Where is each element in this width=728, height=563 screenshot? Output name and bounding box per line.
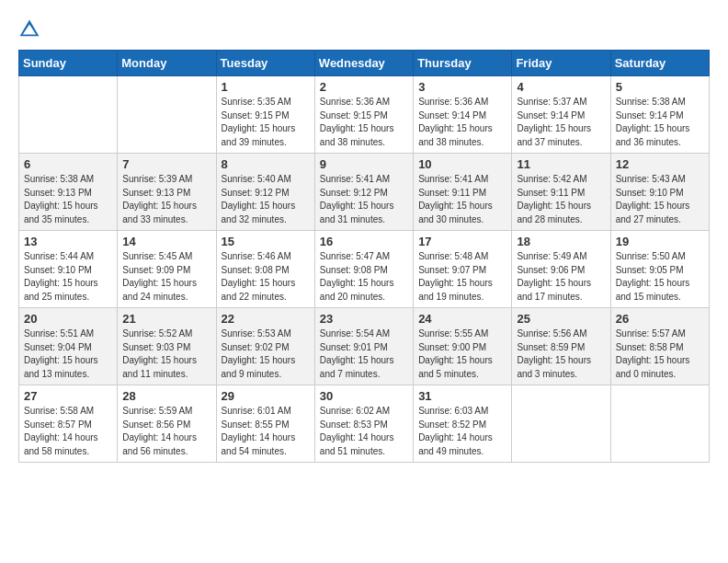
calendar-cell: 29Sunrise: 6:01 AM Sunset: 8:55 PM Dayli… [216, 385, 314, 463]
day-detail: Sunrise: 5:41 AM Sunset: 9:12 PM Dayligh… [320, 173, 408, 226]
column-header-sunday: Sunday [19, 51, 118, 76]
day-number: 28 [122, 389, 210, 403]
logo [18, 18, 44, 40]
day-number: 13 [24, 235, 112, 248]
calendar-cell: 23Sunrise: 5:54 AM Sunset: 9:01 PM Dayli… [314, 308, 413, 385]
calendar-cell: 5Sunrise: 5:38 AM Sunset: 9:14 PM Daylig… [610, 76, 709, 154]
calendar-cell: 17Sunrise: 5:48 AM Sunset: 9:07 PM Dayli… [414, 231, 512, 308]
day-detail: Sunrise: 5:42 AM Sunset: 9:11 PM Dayligh… [517, 173, 605, 226]
day-number: 31 [418, 389, 506, 403]
calendar-cell: 7Sunrise: 5:39 AM Sunset: 9:13 PM Daylig… [118, 154, 216, 231]
day-detail: Sunrise: 5:49 AM Sunset: 9:06 PM Dayligh… [517, 250, 605, 304]
calendar-cell: 4Sunrise: 5:37 AM Sunset: 9:14 PM Daylig… [512, 76, 610, 154]
day-detail: Sunrise: 5:52 AM Sunset: 9:03 PM Dayligh… [122, 327, 210, 381]
day-detail: Sunrise: 5:43 AM Sunset: 9:10 PM Dayligh… [616, 173, 704, 226]
day-detail: Sunrise: 6:03 AM Sunset: 8:52 PM Dayligh… [418, 405, 506, 458]
calendar-cell: 21Sunrise: 5:52 AM Sunset: 9:03 PM Dayli… [118, 308, 216, 385]
day-number: 30 [320, 389, 408, 403]
day-detail: Sunrise: 5:35 AM Sunset: 9:15 PM Dayligh… [222, 96, 310, 149]
calendar-cell: 12Sunrise: 5:43 AM Sunset: 9:10 PM Dayli… [610, 154, 709, 231]
calendar-header-row: SundayMondayTuesdayWednesdayThursdayFrid… [19, 51, 710, 76]
calendar-week-2: 6Sunrise: 5:38 AM Sunset: 9:13 PM Daylig… [19, 154, 710, 231]
day-detail: Sunrise: 5:56 AM Sunset: 8:59 PM Dayligh… [517, 327, 605, 381]
day-detail: Sunrise: 5:47 AM Sunset: 9:08 PM Dayligh… [320, 250, 408, 304]
calendar-cell: 13Sunrise: 5:44 AM Sunset: 9:10 PM Dayli… [19, 231, 118, 308]
column-header-wednesday: Wednesday [314, 51, 413, 76]
calendar-week-3: 13Sunrise: 5:44 AM Sunset: 9:10 PM Dayli… [19, 231, 710, 308]
calendar-cell [19, 76, 118, 154]
column-header-thursday: Thursday [414, 51, 512, 76]
calendar-cell: 3Sunrise: 5:36 AM Sunset: 9:14 PM Daylig… [414, 76, 512, 154]
calendar-cell [512, 385, 610, 463]
column-header-tuesday: Tuesday [216, 51, 314, 76]
day-number: 15 [222, 235, 310, 248]
calendar-cell: 18Sunrise: 5:49 AM Sunset: 9:06 PM Dayli… [512, 231, 610, 308]
day-detail: Sunrise: 5:36 AM Sunset: 9:15 PM Dayligh… [320, 96, 408, 149]
day-number: 8 [222, 157, 310, 171]
column-header-saturday: Saturday [610, 51, 709, 76]
calendar-cell: 16Sunrise: 5:47 AM Sunset: 9:08 PM Dayli… [314, 231, 413, 308]
day-detail: Sunrise: 5:54 AM Sunset: 9:01 PM Dayligh… [320, 327, 408, 381]
day-detail: Sunrise: 5:46 AM Sunset: 9:08 PM Dayligh… [222, 250, 310, 304]
calendar-week-5: 27Sunrise: 5:58 AM Sunset: 8:57 PM Dayli… [19, 385, 710, 463]
day-number: 7 [122, 157, 210, 171]
calendar-cell: 20Sunrise: 5:51 AM Sunset: 9:04 PM Dayli… [19, 308, 118, 385]
column-header-monday: Monday [118, 51, 216, 76]
day-detail: Sunrise: 6:02 AM Sunset: 8:53 PM Dayligh… [320, 405, 408, 458]
column-header-friday: Friday [512, 51, 610, 76]
day-detail: Sunrise: 5:57 AM Sunset: 8:58 PM Dayligh… [616, 327, 704, 381]
day-detail: Sunrise: 5:59 AM Sunset: 8:56 PM Dayligh… [122, 405, 210, 458]
day-number: 1 [222, 80, 310, 94]
day-number: 24 [418, 312, 506, 326]
calendar-week-1: 1Sunrise: 5:35 AM Sunset: 9:15 PM Daylig… [19, 76, 710, 154]
calendar-cell: 19Sunrise: 5:50 AM Sunset: 9:05 PM Dayli… [610, 231, 709, 308]
calendar-cell: 31Sunrise: 6:03 AM Sunset: 8:52 PM Dayli… [414, 385, 512, 463]
day-number: 9 [320, 157, 408, 171]
day-detail: Sunrise: 5:38 AM Sunset: 9:13 PM Dayligh… [24, 173, 112, 226]
day-number: 16 [320, 235, 408, 248]
calendar-cell: 30Sunrise: 6:02 AM Sunset: 8:53 PM Dayli… [314, 385, 413, 463]
day-number: 5 [616, 80, 704, 94]
calendar-cell [118, 76, 216, 154]
day-number: 19 [616, 235, 704, 248]
day-number: 4 [517, 80, 605, 94]
day-number: 14 [122, 235, 210, 248]
calendar-cell: 24Sunrise: 5:55 AM Sunset: 9:00 PM Dayli… [414, 308, 512, 385]
day-number: 2 [320, 80, 408, 94]
calendar-cell: 1Sunrise: 5:35 AM Sunset: 9:15 PM Daylig… [216, 76, 314, 154]
day-detail: Sunrise: 5:58 AM Sunset: 8:57 PM Dayligh… [24, 405, 112, 458]
day-detail: Sunrise: 5:37 AM Sunset: 9:14 PM Dayligh… [517, 96, 605, 149]
day-number: 10 [418, 157, 506, 171]
calendar-cell: 26Sunrise: 5:57 AM Sunset: 8:58 PM Dayli… [610, 308, 709, 385]
day-detail: Sunrise: 5:48 AM Sunset: 9:07 PM Dayligh… [418, 250, 506, 304]
calendar-cell: 2Sunrise: 5:36 AM Sunset: 9:15 PM Daylig… [314, 76, 413, 154]
calendar-week-4: 20Sunrise: 5:51 AM Sunset: 9:04 PM Dayli… [19, 308, 710, 385]
day-number: 29 [222, 389, 310, 403]
day-detail: Sunrise: 5:51 AM Sunset: 9:04 PM Dayligh… [24, 327, 112, 381]
day-detail: Sunrise: 6:01 AM Sunset: 8:55 PM Dayligh… [222, 405, 310, 458]
day-detail: Sunrise: 5:44 AM Sunset: 9:10 PM Dayligh… [24, 250, 112, 304]
calendar-cell: 10Sunrise: 5:41 AM Sunset: 9:11 PM Dayli… [414, 154, 512, 231]
calendar-cell: 8Sunrise: 5:40 AM Sunset: 9:12 PM Daylig… [216, 154, 314, 231]
day-number: 27 [24, 389, 112, 403]
day-number: 12 [616, 157, 704, 171]
day-number: 25 [517, 312, 605, 326]
calendar-cell: 15Sunrise: 5:46 AM Sunset: 9:08 PM Dayli… [216, 231, 314, 308]
logo-icon [18, 18, 40, 40]
calendar-table: SundayMondayTuesdayWednesdayThursdayFrid… [18, 50, 710, 463]
day-detail: Sunrise: 5:53 AM Sunset: 9:02 PM Dayligh… [222, 327, 310, 381]
calendar-cell: 11Sunrise: 5:42 AM Sunset: 9:11 PM Dayli… [512, 154, 610, 231]
calendar-cell: 28Sunrise: 5:59 AM Sunset: 8:56 PM Dayli… [118, 385, 216, 463]
calendar-cell: 25Sunrise: 5:56 AM Sunset: 8:59 PM Dayli… [512, 308, 610, 385]
calendar-cell: 22Sunrise: 5:53 AM Sunset: 9:02 PM Dayli… [216, 308, 314, 385]
page-header [18, 18, 710, 40]
day-detail: Sunrise: 5:36 AM Sunset: 9:14 PM Dayligh… [418, 96, 506, 149]
day-number: 11 [517, 157, 605, 171]
day-number: 22 [222, 312, 310, 326]
calendar-cell: 14Sunrise: 5:45 AM Sunset: 9:09 PM Dayli… [118, 231, 216, 308]
day-number: 17 [418, 235, 506, 248]
day-number: 23 [320, 312, 408, 326]
calendar-cell: 6Sunrise: 5:38 AM Sunset: 9:13 PM Daylig… [19, 154, 118, 231]
day-detail: Sunrise: 5:50 AM Sunset: 9:05 PM Dayligh… [616, 250, 704, 304]
day-detail: Sunrise: 5:55 AM Sunset: 9:00 PM Dayligh… [418, 327, 506, 381]
